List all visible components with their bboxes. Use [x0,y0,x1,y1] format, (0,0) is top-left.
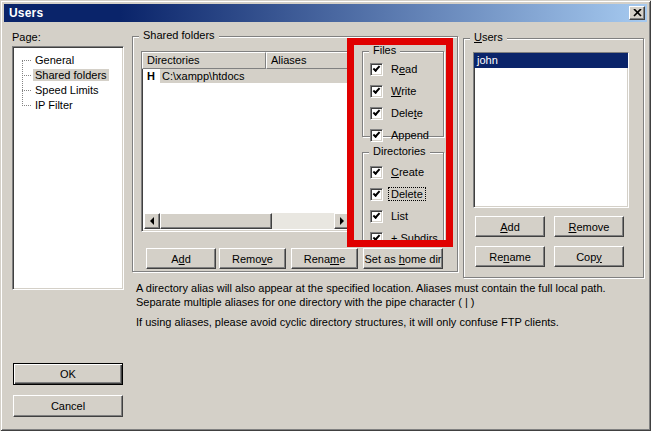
right-arrow-icon [340,217,344,225]
page-label: Page: [12,31,41,43]
page-item-general[interactable]: General [13,53,123,68]
add-directory-button[interactable]: Add [146,248,216,269]
checkbox-create[interactable]: Create [370,165,426,179]
cancel-button[interactable]: Cancel [13,395,123,417]
checkmark-icon [373,233,381,241]
checkbox-file-delete[interactable]: Delete [370,106,425,120]
close-icon [633,9,642,17]
close-button[interactable] [629,6,645,20]
users-list: john [473,52,629,208]
users-dialog: Users Page: General Shared folders Speed… [0,0,651,431]
left-arrow-icon [150,217,154,225]
checkmark-icon [373,211,381,219]
subdirs-checkbox[interactable] [370,232,383,245]
window-title: Users [4,6,43,20]
set-as-home-dir-button[interactable]: Set as home dir [363,248,443,269]
page-item-ip-filter[interactable]: IP Filter [13,98,123,113]
scroll-right-button[interactable] [334,213,350,229]
read-checkbox[interactable] [370,63,383,76]
list-checkbox[interactable] [370,210,383,223]
checkmark-icon [373,130,381,138]
files-group-label: Files [369,44,400,56]
scrollbar-thumb[interactable] [160,213,272,229]
page-item-shared-folders[interactable]: Shared folders [13,68,123,83]
checkmark-icon [373,86,381,94]
rename-directory-button[interactable]: Rename [291,248,358,269]
copy-user-button[interactable]: Copy [554,246,624,267]
shared-folders-table: Directories Aliases H C:\xampp\htdocs [141,51,353,232]
shared-folders-group-label: Shared folders [139,29,219,41]
table-header: Directories Aliases [142,52,352,69]
page-list: General Shared folders Speed Limits IP F… [12,46,124,290]
checkmark-icon [373,64,381,72]
column-header-directories[interactable]: Directories [142,52,266,69]
users-group: Users john Add Remove Rename Copy [463,38,644,278]
checkbox-read[interactable]: Read [370,62,419,76]
add-user-button[interactable]: Add [475,216,545,237]
append-checkbox[interactable] [370,129,383,142]
rename-user-button[interactable]: Rename [475,246,545,267]
remove-directory-button[interactable]: Remove [219,248,286,269]
scroll-left-button[interactable] [144,213,160,229]
files-permissions-group: Files Read Write Delete Append [362,51,444,137]
alias-note: A directory alias will also appear at th… [136,281,641,309]
directory-cell: C:\xampp\htdocs [160,69,352,83]
horizontal-scrollbar[interactable] [144,213,350,229]
checkbox-list[interactable]: List [370,209,410,223]
checkbox-subdirs[interactable]: + Subdirs [370,231,440,245]
write-checkbox[interactable] [370,85,383,98]
checkmark-icon [373,167,381,175]
checkbox-dir-delete[interactable]: Delete [370,187,425,201]
checkmark-icon [373,108,381,116]
page-item-speed-limits[interactable]: Speed Limits [13,83,123,98]
directories-permissions-group: Directories Create Delete List + Subdirs [362,152,444,242]
checkmark-icon [373,189,381,197]
table-row[interactable]: H C:\xampp\htdocs [142,69,352,83]
directories-group-label: Directories [369,145,430,157]
user-item-john[interactable]: john [474,53,628,68]
checkbox-write[interactable]: Write [370,84,418,98]
remove-user-button[interactable]: Remove [554,216,624,237]
users-group-label: Users [470,31,507,43]
create-checkbox[interactable] [370,166,383,179]
column-header-aliases[interactable]: Aliases [266,52,352,69]
home-flag: H [142,70,160,82]
dir-delete-checkbox[interactable] [370,188,383,201]
cyclic-note: If using aliases, please avoid cyclic di… [136,315,641,329]
ok-button[interactable]: OK [13,363,123,385]
checkbox-append[interactable]: Append [370,128,431,142]
file-delete-checkbox[interactable] [370,107,383,120]
page-tree: General Shared folders Speed Limits IP F… [13,47,123,289]
titlebar: Users [4,4,647,22]
